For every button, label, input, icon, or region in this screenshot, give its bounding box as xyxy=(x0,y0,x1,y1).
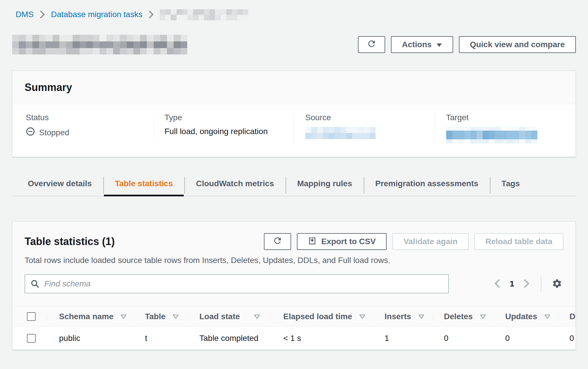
tab-table-statistics[interactable]: Table statistics xyxy=(103,176,184,196)
breadcrumb-current-redacted xyxy=(160,9,248,20)
column-header-elapsed-load-time[interactable]: Elapsed load time xyxy=(272,312,373,321)
dms-task-page: DMS Database migration tasks Actions xyxy=(0,0,588,369)
summary-field-target: Target xyxy=(435,113,576,143)
cell-inserts: 1 xyxy=(373,334,432,343)
status-label: Status xyxy=(26,113,145,122)
sort-icon xyxy=(172,314,179,319)
actions-button-label: Actions xyxy=(402,40,432,49)
pagination: 1 xyxy=(493,275,563,292)
summary-card: Summary Status Stopped Type Full load, o… xyxy=(12,71,576,157)
sort-icon xyxy=(418,314,425,319)
quick-view-compare-button[interactable]: Quick view and compare xyxy=(459,36,576,53)
cell-ddls: 0 xyxy=(558,334,576,343)
sort-icon xyxy=(480,314,486,319)
download-icon xyxy=(308,236,317,247)
target-value-redacted xyxy=(446,127,537,143)
target-label: Target xyxy=(446,113,567,122)
header-actions: Actions Quick view and compare xyxy=(358,36,576,53)
table-preferences-button[interactable] xyxy=(552,278,562,290)
column-header-deletes[interactable]: Deletes xyxy=(432,312,494,321)
chevron-right-icon xyxy=(39,10,45,19)
actions-button[interactable]: Actions xyxy=(391,36,453,53)
summary-field-source: Source xyxy=(294,113,435,143)
breadcrumb-link-dms[interactable]: DMS xyxy=(16,10,34,19)
current-page-number: 1 xyxy=(510,279,514,288)
cell-updates: 0 xyxy=(494,334,558,343)
cell-load-state: Table completed xyxy=(188,334,272,343)
sort-icon xyxy=(120,314,127,319)
task-tabs: Overview details Table statistics CloudW… xyxy=(12,176,576,196)
cell-deletes: 0 xyxy=(432,334,494,343)
select-all-checkbox[interactable] xyxy=(27,312,36,321)
cell-schema-name: public xyxy=(47,334,133,343)
export-to-csv-button[interactable]: Export to CSV xyxy=(297,233,387,250)
table-row: public t Table completed < 1 s 1 0 0 0 xyxy=(12,327,576,350)
breadcrumb: DMS Database migration tasks xyxy=(12,0,576,20)
reload-table-data-button[interactable]: Reload table data xyxy=(474,233,563,250)
table-statistics-title: Table statistics (1) xyxy=(25,233,115,248)
stopped-status-icon xyxy=(26,127,35,138)
schema-search xyxy=(25,274,449,293)
cell-elapsed-load-time: < 1 s xyxy=(272,334,373,343)
tab-tags[interactable]: Tags xyxy=(490,176,531,196)
column-header-ddls[interactable]: DDLs xyxy=(558,312,576,321)
table-statistics-description: Total rows include loaded source table r… xyxy=(25,256,563,265)
column-header-updates[interactable]: Updates xyxy=(494,312,558,321)
source-label: Source xyxy=(305,113,426,122)
page-title-redacted xyxy=(12,35,187,54)
pagination-divider xyxy=(541,275,541,292)
status-value: Stopped xyxy=(39,128,69,137)
chevron-right-icon xyxy=(522,279,530,289)
type-value: Full load, ongoing replication xyxy=(165,127,286,136)
tab-cloudwatch-metrics[interactable]: CloudWatch metrics xyxy=(184,176,286,196)
tab-premigration-assessments[interactable]: Premigration assessments xyxy=(364,176,490,196)
export-to-csv-label: Export to CSV xyxy=(321,237,376,246)
summary-title: Summary xyxy=(25,81,72,93)
next-page-button[interactable] xyxy=(522,279,530,289)
summary-fields: Status Stopped Type Full load, ongoing r… xyxy=(12,104,576,157)
find-schema-input[interactable] xyxy=(25,274,449,293)
refresh-icon xyxy=(273,236,282,248)
chevron-left-icon xyxy=(493,279,501,289)
reload-table-data-label: Reload table data xyxy=(485,237,552,246)
cell-table: t xyxy=(133,334,188,343)
summary-field-status: Status Stopped xyxy=(12,113,153,143)
column-header-load-state[interactable]: Load state xyxy=(188,312,272,321)
refresh-icon xyxy=(367,39,376,51)
summary-card-header: Summary xyxy=(12,71,576,104)
quick-view-compare-label: Quick view and compare xyxy=(470,40,565,49)
column-header-schema-name[interactable]: Schema name xyxy=(47,312,133,321)
table-statistics-card: Table statistics (1) Export to CSV xyxy=(12,221,576,350)
gear-icon xyxy=(552,278,562,290)
sort-icon xyxy=(254,314,260,319)
column-header-table[interactable]: Table xyxy=(133,312,188,321)
column-header-inserts[interactable]: Inserts xyxy=(373,312,432,321)
row-checkbox[interactable] xyxy=(27,334,36,343)
previous-page-button[interactable] xyxy=(493,279,501,289)
source-value-redacted xyxy=(305,127,376,139)
type-label: Type xyxy=(165,113,286,122)
tab-mapping-rules[interactable]: Mapping rules xyxy=(286,176,364,196)
validate-again-button[interactable]: Validate again xyxy=(392,233,468,250)
chevron-right-icon xyxy=(148,10,154,19)
tab-overview-details[interactable]: Overview details xyxy=(16,176,103,196)
table-statistics-actions: Export to CSV Validate again Reload tabl… xyxy=(264,233,563,250)
search-icon xyxy=(30,279,40,290)
refresh-button[interactable] xyxy=(358,36,385,53)
sort-icon xyxy=(544,314,550,319)
table-header-row: Schema name Table Load state Elapsed loa… xyxy=(12,306,576,327)
table-refresh-button[interactable] xyxy=(264,233,291,250)
summary-field-type: Type Full load, ongoing replication xyxy=(153,113,294,143)
breadcrumb-link-tasks[interactable]: Database migration tasks xyxy=(51,10,142,19)
sort-icon xyxy=(359,314,365,319)
validate-again-label: Validate again xyxy=(403,237,457,246)
caret-down-icon xyxy=(436,40,442,49)
page-header: Actions Quick view and compare xyxy=(12,35,576,54)
